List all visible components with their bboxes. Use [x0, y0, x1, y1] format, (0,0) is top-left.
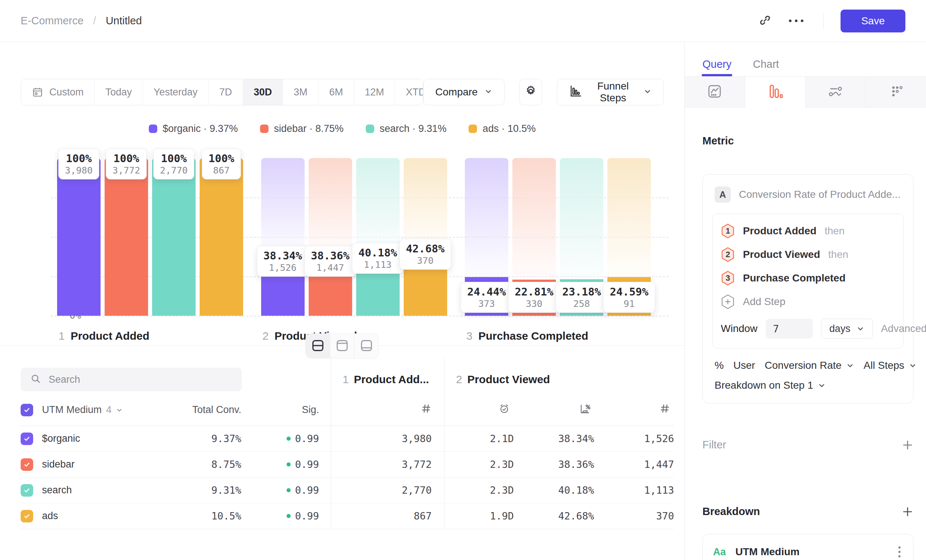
previous-step-ghost-bar: [465, 158, 508, 277]
bar-count-label: 3,772: [112, 165, 140, 176]
window-unit-select[interactable]: days: [821, 319, 873, 339]
range-custom[interactable]: Custom: [21, 79, 95, 105]
previous-step-ghost-bar: [356, 158, 399, 252]
row-checkbox[interactable]: [21, 458, 33, 471]
topbar-divider: [823, 12, 824, 29]
legend-item[interactable]: sidebar · 8.75%: [260, 123, 343, 135]
gear-icon: [524, 84, 537, 100]
step2-count: 1,113: [594, 484, 674, 496]
legend-swatch: [366, 124, 374, 133]
table-row[interactable]: ads10.5%0.998671.9D42.68%370: [21, 503, 674, 529]
funnel-bar-ads: 24.59%91: [607, 158, 651, 316]
funnel-steps-card: 1Product Addedthen2Product Viewedthen3Pu…: [713, 214, 903, 348]
conversion-rate-header[interactable]: [514, 403, 594, 417]
table-row[interactable]: search9.31%0.992,7702.3D40.18%1,113: [21, 477, 674, 503]
chevron-down-icon: [484, 86, 492, 98]
advanced-toggle[interactable]: Advanced: [881, 323, 926, 334]
chart-type-funnel[interactable]: [745, 77, 806, 107]
more-menu-button[interactable]: •••: [788, 15, 806, 27]
layout-toggle-chart-only[interactable]: [330, 334, 354, 358]
significance-header[interactable]: Sig.: [241, 404, 331, 416]
bar-value-badge: 40.18%1,113: [352, 243, 404, 274]
tab-chart[interactable]: Chart: [753, 58, 779, 76]
breadcrumb-current[interactable]: Untitled: [106, 15, 142, 27]
funnel-steps-icon: [569, 84, 583, 100]
window-value-input[interactable]: [766, 319, 813, 339]
layout-toggle-split-view[interactable]: [306, 334, 330, 358]
bar-value-badge: 22.81%330: [508, 282, 560, 313]
layout-toggle-table-only[interactable]: [354, 334, 379, 358]
ellipsis-icon: •••: [788, 15, 806, 27]
search-input[interactable]: [48, 374, 211, 385]
row-checkbox[interactable]: [21, 433, 33, 445]
chart-type-flow[interactable]: [806, 77, 866, 107]
significance-value: 0.99: [241, 459, 331, 470]
table-row[interactable]: sidebar8.75%0.993,7722.3D38.36%1,447: [21, 452, 674, 477]
step2-rate: 42.68%: [514, 510, 594, 522]
bar-value-badge: 24.44%373: [461, 282, 513, 313]
metric-title-row[interactable]: A Conversion Rate of Product Adde...: [713, 185, 903, 204]
range-7d[interactable]: 7D: [209, 79, 243, 105]
entity-selector[interactable]: User: [733, 360, 755, 371]
legend-item[interactable]: search · 9.31%: [366, 123, 447, 135]
bar-pct-label: 38.36%: [311, 250, 350, 262]
breakdown-column-header[interactable]: UTM Medium 4: [42, 404, 123, 416]
breakdown-property-card[interactable]: Aa UTM Medium: [702, 534, 914, 560]
sig-dot-icon: [287, 462, 291, 466]
chart-toolbar: CustomTodayYesterday7D30D3M6M12MXTD Comp…: [21, 79, 664, 105]
chart-type-insights[interactable]: [685, 77, 745, 107]
query-step-2[interactable]: 2Product Viewedthen: [721, 243, 895, 266]
count-column-header[interactable]: [594, 403, 674, 417]
add-breakdown-button[interactable]: [902, 506, 914, 518]
legend-item[interactable]: ads · 10.5%: [469, 123, 536, 135]
legend-item[interactable]: $organic · 9.37%: [149, 123, 238, 135]
filter-heading: Filter: [702, 439, 726, 451]
tab-query[interactable]: Query: [702, 58, 732, 76]
range-today[interactable]: Today: [95, 79, 143, 105]
range-xtd[interactable]: XTD: [395, 79, 423, 105]
query-step-3[interactable]: 3Purchase Completed: [721, 266, 895, 290]
scope-selector[interactable]: All Steps: [864, 360, 917, 371]
select-all-checkbox[interactable]: [21, 404, 33, 416]
significance-value: 0.99: [241, 510, 331, 522]
metric-selector[interactable]: Conversion Rate: [765, 360, 854, 371]
share-link-button[interactable]: [758, 14, 772, 28]
time-to-convert-header[interactable]: [444, 403, 514, 417]
bar-segment[interactable]: [200, 158, 243, 316]
legend-label: $organic · 9.37%: [163, 123, 238, 135]
bar-count-label: 1,113: [359, 259, 397, 270]
bar-segment[interactable]: [104, 158, 148, 316]
chart-type-picker-button[interactable]: Funnel Steps: [557, 79, 664, 105]
total-conv-header[interactable]: Total Conv.: [158, 404, 241, 416]
query-step-1[interactable]: 1Product Addedthen: [721, 219, 895, 243]
calendar-icon: [32, 86, 44, 98]
compare-button[interactable]: Compare: [423, 79, 505, 105]
range-6m[interactable]: 6M: [319, 79, 354, 105]
range-30d[interactable]: 30D: [243, 79, 283, 105]
row-label: ads: [42, 510, 58, 522]
add-step-button[interactable]: Add Step: [721, 290, 895, 313]
grid-dots-icon-tab[interactable]: [865, 77, 926, 107]
add-filter-button[interactable]: [902, 439, 914, 451]
chart-settings-button[interactable]: [519, 79, 542, 105]
count-column-header[interactable]: [331, 403, 444, 417]
range-12m[interactable]: 12M: [354, 79, 395, 105]
breakdown-on-selector[interactable]: Breakdown on Step 1: [713, 374, 903, 400]
row-checkbox[interactable]: [21, 484, 33, 496]
table-search[interactable]: [21, 368, 242, 391]
bar-segment[interactable]: [57, 158, 101, 316]
funnel-bar-sidebar: 38.36%1,447: [309, 158, 352, 316]
range-3m[interactable]: 3M: [283, 79, 319, 105]
kebab-menu-icon[interactable]: [896, 544, 903, 560]
plus-icon: [902, 439, 914, 451]
row-checkbox[interactable]: [21, 510, 33, 522]
bar-pct-label: 100%: [65, 152, 92, 165]
sig-dot-icon: [287, 488, 291, 492]
save-button[interactable]: Save: [841, 9, 905, 32]
bar-segment[interactable]: [152, 158, 195, 316]
range-yesterday[interactable]: Yesterday: [143, 79, 209, 105]
breadcrumb-parent[interactable]: E-Commerce: [21, 15, 83, 27]
funnel-step-group: 24.44%37322.81%33023.18%25824.59%91: [465, 158, 651, 316]
step2-count: 1,447: [594, 459, 674, 470]
table-row[interactable]: $organic9.37%0.993,9802.1D38.34%1,526: [21, 426, 674, 452]
